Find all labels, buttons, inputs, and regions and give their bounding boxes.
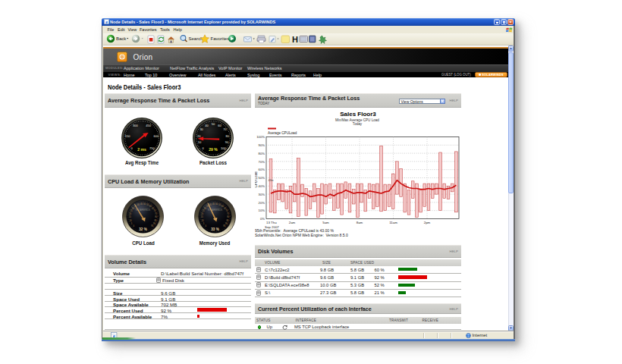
svg-text:15: 15	[129, 215, 131, 218]
svg-text:40%: 40%	[259, 184, 265, 188]
svg-text:5am: 5am	[322, 221, 329, 224]
svg-text:20: 20	[129, 212, 131, 215]
svg-text:450: 450	[146, 124, 151, 127]
svg-text:95: 95	[223, 224, 225, 228]
svg-text:95: 95	[151, 224, 153, 228]
svg-text:85: 85	[226, 219, 228, 222]
svg-text:20: 20	[201, 212, 203, 215]
svg-text:50%: 50%	[259, 176, 265, 180]
svg-text:85: 85	[155, 219, 157, 222]
svg-text:Favorites: Favorites	[211, 36, 230, 41]
svg-text:e: e	[105, 20, 108, 24]
svg-text:20: 20	[197, 133, 201, 137]
svg-text:43m: 43m	[269, 179, 274, 182]
svg-text:2pm: 2pm	[424, 221, 431, 224]
svg-text:750: 750	[149, 146, 155, 150]
svg-text:H: H	[292, 35, 298, 44]
svg-text:13 Thu: 13 Thu	[266, 221, 277, 224]
svg-text:8am: 8am	[357, 221, 363, 224]
svg-text:90%: 90%	[259, 143, 265, 147]
svg-text:10: 10	[201, 219, 203, 222]
svg-text:70: 70	[225, 209, 228, 212]
svg-text:25: 25	[202, 209, 204, 212]
svg-text:29 %: 29 %	[209, 146, 218, 151]
svg-text:70: 70	[223, 127, 227, 131]
svg-text:2am: 2am	[289, 221, 296, 224]
svg-text:30: 30	[199, 127, 203, 131]
svg-text:80: 80	[226, 133, 230, 137]
svg-text:33 %: 33 %	[211, 228, 218, 231]
svg-text:10%: 10%	[259, 209, 265, 212]
svg-text:SolarWinds.Net Orion NPM Web E: SolarWinds.Net Orion NPM Web Engine: Ver…	[255, 233, 348, 237]
svg-text:90: 90	[225, 140, 229, 144]
svg-text:65: 65	[224, 207, 226, 210]
svg-text:CPU Load: CPU Load	[255, 171, 258, 188]
svg-text:0%: 0%	[260, 217, 265, 221]
svg-text:Sales Floor3: Sales Floor3	[340, 111, 376, 118]
svg-text:70: 70	[154, 209, 156, 212]
svg-text:15: 15	[200, 215, 203, 218]
svg-text:30%: 30%	[259, 193, 265, 196]
svg-text:80%: 80%	[259, 152, 265, 155]
svg-text:Min/Max Average CPU Load: Min/Max Average CPU Load	[335, 118, 379, 122]
svg-text:10: 10	[198, 140, 202, 144]
svg-text:90: 90	[225, 222, 227, 225]
svg-text:2 ms: 2 ms	[137, 147, 146, 152]
svg-text:50: 50	[212, 121, 215, 125]
svg-text:90: 90	[153, 222, 156, 225]
svg-text:11am: 11am	[389, 221, 397, 224]
svg-text:300: 300	[133, 124, 138, 127]
svg-text:100: 100	[221, 146, 226, 149]
svg-text:600: 600	[153, 134, 159, 138]
svg-text:60%: 60%	[259, 168, 265, 171]
svg-text:25: 25	[130, 209, 133, 212]
svg-text:40: 40	[205, 123, 209, 127]
svg-text:Today: Today	[353, 122, 363, 126]
svg-text:75: 75	[226, 212, 228, 215]
svg-text:32 %: 32 %	[139, 228, 146, 231]
svg-text:65: 65	[152, 207, 154, 210]
svg-text:75: 75	[155, 212, 157, 215]
svg-text:70%: 70%	[259, 160, 265, 164]
svg-text:60: 60	[218, 123, 221, 127]
svg-text:Back: Back	[116, 36, 127, 41]
svg-text:80: 80	[227, 215, 229, 218]
svg-text:Average CPULoad: Average CPULoad	[268, 131, 297, 135]
svg-text:80: 80	[155, 215, 157, 218]
svg-text:100%: 100%	[256, 135, 265, 139]
svg-text:150: 150	[125, 134, 130, 138]
svg-text:10: 10	[129, 219, 131, 222]
svg-text:20%: 20%	[259, 201, 265, 205]
